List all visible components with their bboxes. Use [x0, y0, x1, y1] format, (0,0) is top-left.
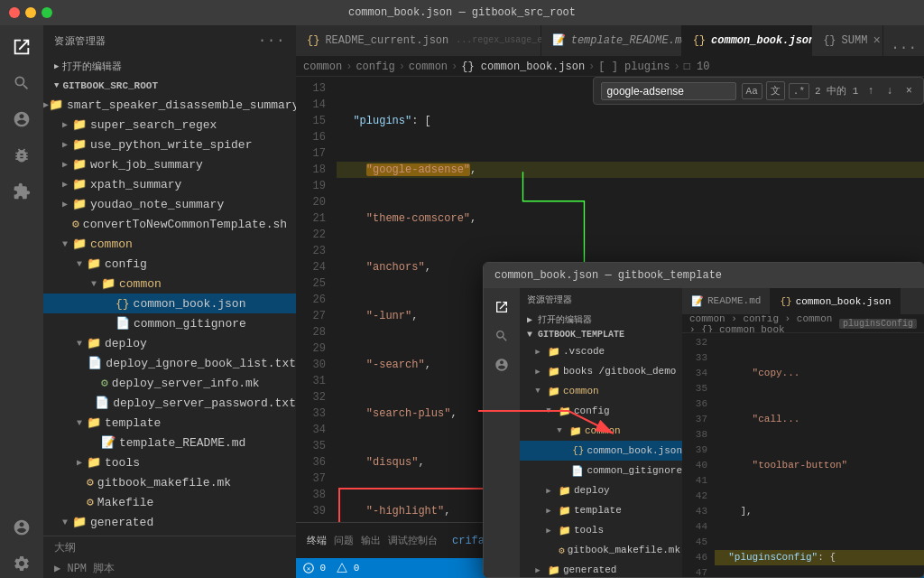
overlay-explorer-icon[interactable] — [490, 295, 513, 319]
output-tab[interactable]: 输出 — [361, 534, 381, 547]
status-warnings: 0 — [337, 563, 359, 573]
activity-extensions-icon[interactable] — [7, 177, 36, 206]
tree-item-template-readme[interactable]: 📝 template_README.md — [43, 433, 296, 452]
tree-item-convert[interactable]: ⚙ convertToNewCommonTemplate.sh — [43, 214, 296, 234]
tree-item-generated[interactable]: ▼ 📁 generated — [43, 512, 296, 532]
title-bar: common_book.json — gitbook_src_root — [0, 0, 924, 25]
overlay-sidebar: 资源管理器 ▶ 打开的编辑器 ▼ GITBOOK_TEMPLATE ▶ 📁 .v… — [520, 288, 682, 577]
tree-item-deploy-pwd[interactable]: 📄 deploy_server_password.txt — [43, 393, 296, 413]
tree-item-work[interactable]: ▶ 📁 work_job_summary — [43, 154, 296, 174]
debug-console-tab[interactable]: 调试控制台 — [388, 534, 438, 547]
overlay-tab-common-book[interactable]: {} common_book.json — [771, 288, 901, 314]
maximize-button[interactable] — [42, 7, 52, 18]
match-case-icon[interactable]: Aa — [742, 83, 762, 99]
tab-label: template_README.md — [571, 34, 688, 47]
sidebar-tree: ▶ 📁 smart_speaker_disassemble_summary ▶ … — [43, 95, 296, 536]
tree-item-smart[interactable]: ▶ 📁 smart_speaker_disassemble_summary — [43, 95, 296, 115]
overlay-tab-readme[interactable]: 📝 README.md — [682, 288, 771, 314]
tree-item-super[interactable]: ▶ 📁 super_search_regex — [43, 115, 296, 135]
open-editors-section[interactable]: ▶ 打开的编辑器 — [43, 56, 296, 77]
tree-item-youdao[interactable]: ▶ 📁 youdao_note_summary — [43, 194, 296, 214]
overlay-tree-gitignore[interactable]: 📄 common_gitignore — [520, 461, 682, 480]
activity-git-icon[interactable] — [7, 105, 36, 134]
activity-account-icon[interactable] — [7, 513, 36, 542]
tab-template-readme[interactable]: 📝 template_README.md × — [541, 25, 682, 56]
overlay-tree-config[interactable]: ▼ 📁 config — [520, 401, 682, 421]
tree-item-tools[interactable]: ▶ 📁 tools — [43, 452, 296, 472]
tree-item-common-gitignore[interactable]: 📄 common_gitignore — [43, 313, 296, 333]
terminal-tab[interactable]: 终端 — [307, 534, 327, 547]
tree-item-common[interactable]: ▼ 📁 common — [43, 234, 296, 254]
overlay-tree-generated[interactable]: ▶ 📁 generated — [520, 560, 682, 577]
root-section[interactable]: ▼ GITBOOK_SRC_ROOT — [43, 77, 296, 95]
overlay-title-bar: common_book.json — gitbook_template — [484, 263, 924, 288]
tab-common-book-json[interactable]: {} common_book.json × — [682, 25, 813, 56]
tree-item-deploy[interactable]: ▼ 📁 deploy — [43, 333, 296, 353]
sidebar: 资源管理器 ··· ▶ 打开的编辑器 ▼ GITBOOK_SRC_ROOT ▶ … — [43, 25, 296, 578]
tab-icon: {} — [693, 34, 706, 47]
overlay-tree-vscode[interactable]: ▶ 📁 .vscode — [520, 341, 682, 361]
tree-item-makefile2[interactable]: ⚙ Makefile — [43, 492, 296, 512]
overlay-tree-makefile[interactable]: ⚙ gitbook_makefile.mk — [520, 540, 682, 560]
find-close-icon[interactable]: × — [902, 85, 916, 98]
tree-item-xpath[interactable]: ▶ 📁 xpath_summary — [43, 174, 296, 194]
overlay-open-editors: ▶ 打开的编辑器 — [520, 312, 682, 328]
tab-summ[interactable]: {} SUMM × — [812, 25, 883, 56]
tree-item-template[interactable]: ▼ 📁 template — [43, 413, 296, 433]
status-errors: ✕ 0 — [303, 563, 326, 573]
tab-bar-menu[interactable]: ··· — [883, 40, 924, 56]
tree-item-config[interactable]: ▼ 📁 config — [43, 254, 296, 274]
overlay-code-content: "copy... "call... "toolbar-button" ], "p… — [715, 333, 924, 577]
tree-item-common-book-json[interactable]: {} common_book.json — [43, 294, 296, 313]
minimize-button[interactable] — [25, 7, 36, 18]
breadcrumb: common › config › common › {} common_boo… — [296, 57, 924, 77]
overlay-code-area[interactable]: 3233343536 3738394041 4243444546 474849 … — [682, 333, 924, 577]
activity-search-icon[interactable] — [7, 69, 36, 98]
overlay-search-icon[interactable] — [490, 324, 513, 348]
overlay-title: common_book.json — gitbook_template — [494, 269, 722, 282]
overlay-tree-books[interactable]: ▶ 📁 books /gitbook_demo — [520, 361, 682, 381]
overlay-tree-common[interactable]: ▼ 📁 common — [520, 381, 682, 401]
tab-icon: {} — [823, 34, 836, 47]
sidebar-menu-icon[interactable]: ··· — [258, 33, 285, 49]
whole-word-icon[interactable]: 文 — [766, 81, 785, 100]
find-input[interactable] — [601, 82, 736, 100]
tree-item-common-inner[interactable]: ▼ 📁 common — [43, 274, 296, 294]
tab-label: common_book.json — [711, 34, 815, 47]
svg-text:✕: ✕ — [307, 565, 311, 573]
problems-tab[interactable]: 问题 — [334, 534, 354, 547]
find-next-icon[interactable]: ↓ — [883, 85, 897, 98]
tab-readme-current[interactable]: {} README_current.json ...regex_usage_ex… — [296, 25, 541, 56]
overlay-git-icon[interactable] — [490, 353, 513, 377]
overlay-editor: 📝 README.md {} common_book.json common ›… — [682, 288, 924, 577]
activity-explorer-icon[interactable] — [7, 33, 36, 61]
tab-icon: {} — [307, 34, 319, 47]
overlay-tree-common-book[interactable]: {} common_book.json — [520, 441, 682, 461]
window-title: common_book.json — gitbook_src_root — [348, 6, 576, 19]
tab-label: SUMM — [842, 34, 868, 47]
find-bar: Aa 文 .* 2 中的 1 ↑ ↓ × — [593, 77, 924, 105]
terminal-tabs: 终端 问题 输出 调试控制台 — [307, 534, 438, 547]
overlay-tree-common2[interactable]: ▼ 📁 common — [520, 421, 682, 441]
tab-bar: {} README_current.json ...regex_usage_ex… — [296, 25, 924, 57]
activity-settings-icon[interactable] — [7, 549, 36, 578]
npm-label: ▶ NPM 脚本 — [54, 563, 115, 575]
overlay-tree-deploy[interactable]: ▶ 📁 deploy — [520, 480, 682, 500]
find-count: 2 中的 1 — [815, 84, 858, 98]
tree-item-makefile[interactable]: ⚙ gitbook_makefile.mk — [43, 472, 296, 492]
tree-item-deploy-ignore[interactable]: 📄 deploy_ignore_book_list.txt — [43, 353, 296, 373]
find-prev-icon[interactable]: ↑ — [864, 85, 877, 98]
tab-close-icon[interactable]: × — [873, 33, 880, 48]
activity-debug-icon[interactable] — [7, 141, 36, 170]
activity-bar — [0, 25, 43, 578]
plugins-config-badge: pluginsConfig — [839, 319, 917, 329]
overlay-tree-tools[interactable]: ▶ 📁 tools — [520, 520, 682, 540]
overlay-tree-template[interactable]: ▶ 📁 template — [520, 500, 682, 520]
close-button[interactable] — [9, 7, 20, 18]
tree-item-use-python[interactable]: ▶ 📁 use_python_write_spider — [43, 135, 296, 154]
traffic-lights — [9, 7, 52, 18]
overlay-window: common_book.json — gitbook_template 资源管理… — [483, 262, 924, 578]
regex-icon[interactable]: .* — [789, 83, 809, 99]
tree-item-deploy-server[interactable]: ⚙ deploy_server_info.mk — [43, 373, 296, 393]
sidebar-header: 资源管理器 ··· — [43, 25, 296, 56]
